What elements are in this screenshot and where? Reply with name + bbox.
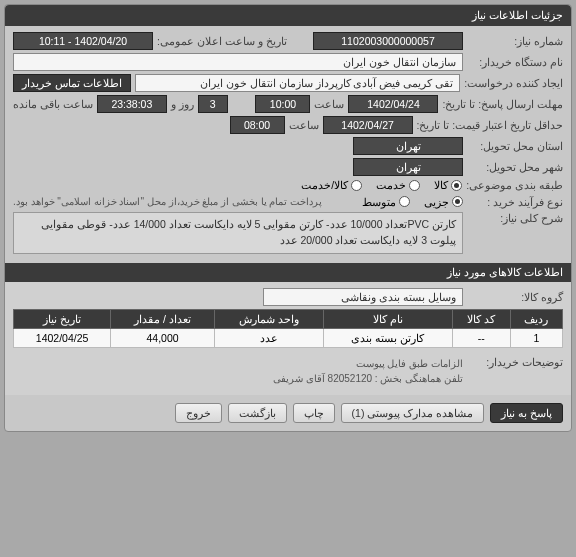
city-label: شهر محل تحویل:	[467, 161, 563, 173]
print-button[interactable]: چاپ	[293, 403, 335, 423]
desc-value: کارتن PVCتعداد 10/000 عدد- کارتن مقوایی …	[13, 212, 463, 254]
credit-until-label: حداقل تاریخ اعتبار قیمت: تا تاریخ:	[417, 119, 563, 131]
requester-label: ایجاد کننده درخواست:	[464, 77, 563, 89]
buyer-org-value: سازمان انتقال خون ایران	[13, 53, 463, 71]
goods-group-label: گروه کالا:	[467, 291, 563, 303]
announce-label: تاریخ و ساعت اعلان عمومی:	[157, 35, 287, 47]
need-details-panel: جزئیات اطلاعات نیاز شماره نیاز: 11020030…	[4, 4, 572, 432]
radio-dot-icon	[451, 180, 462, 191]
cell-code: --	[452, 328, 510, 347]
cell-qty: 44,000	[111, 328, 215, 347]
respond-button[interactable]: پاسخ به نیاز	[490, 403, 563, 423]
radio-minor-label: جزیی	[424, 196, 449, 208]
remaining-label: ساعت باقی مانده	[13, 98, 93, 110]
buyer-notes-block: الزامات طبق فایل پیوست تلفن هماهنگی بخش …	[13, 356, 463, 386]
reply-deadline-label: مهلت ارسال پاسخ: تا تاریخ:	[442, 98, 563, 110]
goods-table: ردیف کد کالا نام کالا واحد شمارش تعداد /…	[13, 309, 563, 348]
time-label-2: ساعت	[289, 119, 319, 131]
panel-header: جزئیات اطلاعات نیاز	[5, 5, 571, 26]
col-unit[interactable]: واحد شمارش	[214, 309, 323, 328]
cell-unit: عدد	[214, 328, 323, 347]
radio-medium-label: متوسط	[362, 196, 396, 208]
reply-time-value: 10:00	[255, 95, 310, 113]
col-qty[interactable]: تعداد / مقدار	[111, 309, 215, 328]
countdown-value: 23:38:03	[97, 95, 167, 113]
buyer-notes-line2: تلفن هماهنگی بخش : 82052120 آقای شریفی	[13, 371, 463, 386]
exit-button[interactable]: خروج	[175, 403, 222, 423]
cell-date: 1402/04/25	[14, 328, 111, 347]
col-date[interactable]: تاریخ نیاز	[14, 309, 111, 328]
radio-both[interactable]: کالا/خدمت	[301, 179, 362, 191]
table-row[interactable]: 1 -- کارتن بسته بندی عدد 44,000 1402/04/…	[14, 328, 563, 347]
attachments-button[interactable]: مشاهده مدارک پیوستی (1)	[341, 403, 485, 423]
credit-time-value: 08:00	[230, 116, 285, 134]
table-header-row: ردیف کد کالا نام کالا واحد شمارش تعداد /…	[14, 309, 563, 328]
desc-label: شرح کلی نیاز:	[467, 212, 563, 224]
process-group: جزیی متوسط	[362, 196, 463, 208]
cell-row: 1	[510, 328, 562, 347]
requester-value: تقی کریمی فیض آبادی کارپرداز سازمان انتق…	[135, 74, 460, 92]
radio-dot-icon	[351, 180, 362, 191]
buyer-notes-label: توضیحات خریدار:	[467, 356, 563, 368]
city-value: تهران	[353, 158, 463, 176]
time-label-1: ساعت	[314, 98, 344, 110]
radio-goods[interactable]: کالا	[434, 179, 462, 191]
buyer-notes-line1: الزامات طبق فایل پیوست	[13, 356, 463, 371]
radio-goods-label: کالا	[434, 179, 448, 191]
need-no-label: شماره نیاز:	[467, 35, 563, 47]
subject-cat-label: طبقه بندی موضوعی:	[466, 179, 563, 191]
radio-minor[interactable]: جزیی	[424, 196, 463, 208]
col-code[interactable]: کد کالا	[452, 309, 510, 328]
footer-buttons: پاسخ به نیاز مشاهده مدارک پیوستی (1) چاپ…	[5, 395, 571, 431]
province-label: استان محل تحویل:	[467, 140, 563, 152]
radio-both-label: کالا/خدمت	[301, 179, 348, 191]
goods-panel: گروه کالا: وسایل بسته بندی ونقاشی ردیف ک…	[5, 282, 571, 395]
radio-service[interactable]: خدمت	[376, 179, 420, 191]
days-remaining-value: 3	[198, 95, 228, 113]
col-name[interactable]: نام کالا	[323, 309, 452, 328]
subject-cat-group: کالا خدمت کالا/خدمت	[301, 179, 462, 191]
day-and-label: روز و	[171, 98, 194, 110]
back-button[interactable]: بازگشت	[228, 403, 287, 423]
credit-date-value: 1402/04/27	[323, 116, 413, 134]
radio-dot-icon	[452, 196, 463, 207]
radio-dot-icon	[399, 196, 410, 207]
cell-name: کارتن بسته بندی	[323, 328, 452, 347]
goods-section-header: اطلاعات کالاهای مورد نیاز	[5, 263, 571, 282]
radio-medium[interactable]: متوسط	[362, 196, 410, 208]
process-label: نوع فرآیند خرید :	[467, 196, 563, 208]
radio-service-label: خدمت	[376, 179, 406, 191]
col-row[interactable]: ردیف	[510, 309, 562, 328]
need-no-value: 1102003000000057	[313, 32, 463, 50]
radio-dot-icon	[409, 180, 420, 191]
form-area: شماره نیاز: 1102003000000057 تاریخ و ساع…	[5, 26, 571, 263]
province-value: تهران	[353, 137, 463, 155]
payment-note: پرداخت تمام یا بخشی از مبلغ خرید،از محل …	[13, 194, 322, 209]
contact-info-button[interactable]: اطلاعات تماس خریدار	[13, 74, 131, 92]
reply-date-value: 1402/04/24	[348, 95, 438, 113]
announce-value: 1402/04/20 - 10:11	[13, 32, 153, 50]
buyer-org-label: نام دستگاه خریدار:	[467, 56, 563, 68]
goods-group-value: وسایل بسته بندی ونقاشی	[263, 288, 463, 306]
